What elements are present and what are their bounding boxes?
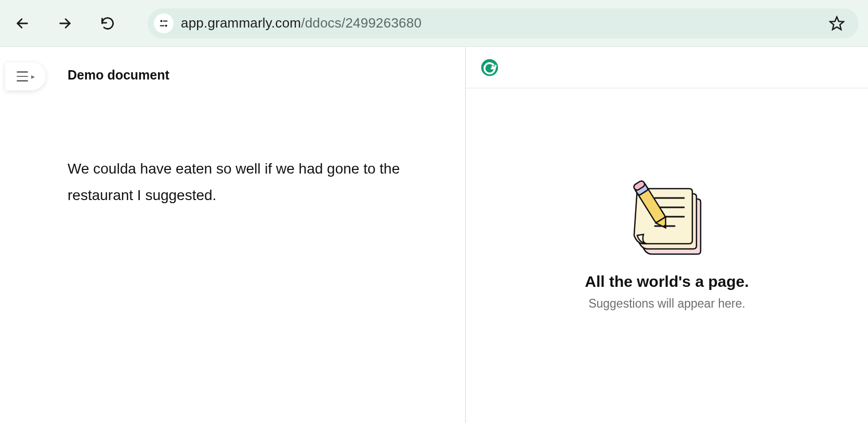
reload-button[interactable] <box>95 10 121 36</box>
svg-marker-6 <box>830 17 844 29</box>
site-settings-icon[interactable] <box>154 14 174 33</box>
empty-state-subtitle: Suggestions will appear here. <box>588 297 745 311</box>
grammarly-logo-icon[interactable] <box>480 58 499 77</box>
editor-pane: ▸ Demo document We coulda have eaten so … <box>0 47 466 423</box>
address-bar[interactable]: app.grammarly.com/ddocs/2499263680 <box>148 8 859 38</box>
document-body[interactable]: We coulda have eaten so well if we had g… <box>68 156 424 209</box>
url-host: app.grammarly.com <box>181 15 301 31</box>
back-button[interactable] <box>9 10 35 36</box>
suggestions-sidebar: All the world's a page. Suggestions will… <box>466 47 868 423</box>
menu-button[interactable]: ▸ <box>5 62 46 90</box>
forward-button[interactable] <box>52 10 78 36</box>
empty-state-illustration-icon <box>623 180 711 263</box>
chevron-right-icon: ▸ <box>31 72 35 81</box>
svg-point-4 <box>165 24 167 27</box>
empty-state-title: All the world's a page. <box>585 273 749 290</box>
hamburger-icon <box>17 71 28 82</box>
sidebar-header <box>466 47 868 88</box>
bookmark-button[interactable] <box>825 12 848 35</box>
app-content: ▸ Demo document We coulda have eaten so … <box>0 47 868 423</box>
url-path: /ddocs/2499263680 <box>301 15 422 31</box>
url-text: app.grammarly.com/ddocs/2499263680 <box>181 15 422 31</box>
svg-point-2 <box>160 20 162 22</box>
sidebar-empty-state: All the world's a page. Suggestions will… <box>466 88 868 423</box>
browser-toolbar: app.grammarly.com/ddocs/2499263680 <box>0 0 868 47</box>
document-title[interactable]: Demo document <box>68 68 169 83</box>
